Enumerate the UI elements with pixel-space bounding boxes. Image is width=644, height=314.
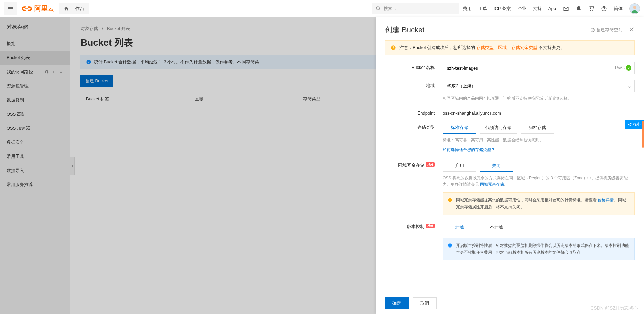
version-group: 开通 不开通 — [443, 221, 635, 233]
search-placeholder: 搜索... — [384, 6, 396, 12]
aliyun-icon — [21, 3, 32, 14]
menu-toggle[interactable] — [4, 2, 17, 15]
drawer-footer: 确定 取消 — [376, 293, 644, 314]
endpoint-label: Endpoint — [385, 108, 443, 116]
workspace-button[interactable]: 工作台 — [59, 3, 89, 14]
svg-point-2 — [633, 6, 636, 9]
pricing-link[interactable]: 价格详情 — [598, 198, 614, 203]
storage-hint: 标准：高可靠、高可用、高性能，数据会经常被访问到。 — [443, 137, 635, 143]
version-disable[interactable]: 不开通 — [480, 221, 513, 233]
redundant-hint: OSS 将您的数据以冗余的方式存储在同一区域（Region）的 3 个可用区（Z… — [443, 175, 635, 188]
brand-logo[interactable]: 阿里云 — [21, 3, 54, 14]
storage-help-link[interactable]: 如何选择适合您的存储类型？ — [443, 147, 495, 152]
avatar-icon — [630, 4, 640, 14]
search-icon — [376, 6, 381, 11]
nav-enterprise[interactable]: 企业 — [518, 6, 526, 12]
redundant-warning: 同城冗余存储能提高您的数据可用性，同时会采用相对较高的计费标准。请查看 价格详情… — [443, 192, 635, 215]
cart-icon[interactable] — [588, 6, 594, 12]
drawer-header: 创建 Bucket 创建存储空间 — [376, 17, 644, 40]
name-label: Bucket 名称 — [385, 62, 443, 74]
share-tab[interactable]: 拓扑 — [625, 120, 644, 129]
bucket-name-input[interactable] — [443, 62, 635, 74]
storage-type-group: 标准存储 低频访问存储 归档存储 — [443, 122, 635, 134]
hot-badge: Hot — [426, 224, 435, 228]
message-icon[interactable] — [563, 6, 569, 12]
brand-text: 阿里云 — [34, 4, 54, 13]
notice-box: 注意：Bucket 创建成功后，您所选择的 存储类型、区域、存储冗余类型 不支持… — [385, 40, 635, 55]
redundant-group: 启用 关闭 — [443, 160, 635, 172]
redundant-link[interactable]: 同城冗余存储 — [480, 182, 504, 187]
top-bar: 阿里云 工作台 搜索... 费用 工单 ICP 备案 企业 支持 App 简体 — [0, 0, 644, 17]
version-enable[interactable]: 开通 — [443, 221, 476, 233]
nav-ticket[interactable]: 工单 — [478, 6, 487, 12]
storage-infrequent[interactable]: 低频访问存储 — [480, 122, 517, 134]
warning-icon — [391, 45, 396, 50]
create-bucket-drawer: 创建 Bucket 创建存储空间 注意：Bucket 创建成功后，您所选择的 存… — [376, 17, 644, 314]
check-icon: ✓ — [626, 65, 631, 71]
workspace-label: 工作台 — [71, 6, 84, 12]
help-label: 创建存储空间 — [596, 27, 623, 33]
redundant-disable[interactable]: 关闭 — [480, 160, 513, 172]
global-search[interactable]: 搜索... — [372, 3, 459, 14]
cancel-button[interactable]: 取消 — [413, 297, 437, 309]
redundant-label: 同城冗余存储 Hot — [385, 160, 443, 215]
nav-support[interactable]: 支持 — [533, 6, 542, 12]
close-icon — [629, 26, 635, 32]
region-hint: 相同区域内的产品内网可以互通；订购后不支持更换区域，请谨慎选择。 — [443, 95, 635, 102]
lang-switch[interactable]: 简体 — [614, 6, 623, 12]
home-icon — [64, 6, 69, 11]
drawer-title: 创建 Bucket — [385, 25, 590, 35]
scroll-indicator — [642, 121, 644, 148]
region-label: 地域 — [385, 80, 443, 102]
user-avatar[interactable] — [629, 3, 640, 14]
confirm-button[interactable]: 确定 — [385, 297, 409, 309]
hamburger-icon — [7, 5, 14, 12]
nav-app[interactable]: App — [548, 6, 556, 11]
redundant-enable[interactable]: 启用 — [443, 160, 476, 172]
close-button[interactable] — [629, 26, 635, 34]
bell-icon[interactable] — [576, 6, 582, 12]
version-info: 开启版本控制特性后，针对数据的覆盖和删除操作将会以历史版本的形式保存下来。版本控… — [443, 238, 635, 260]
help-link[interactable]: 创建存储空间 — [590, 27, 623, 33]
storage-label: 存储类型 — [385, 122, 443, 153]
hot-badge: Hot — [426, 162, 435, 167]
drawer-body: 注意：Bucket 创建成功后，您所选择的 存储类型、区域、存储冗余类型 不支持… — [376, 40, 644, 293]
warning-icon — [448, 198, 452, 203]
top-nav-links: 费用 工单 ICP 备案 企业 支持 App 简体 — [463, 3, 640, 14]
help-icon[interactable] — [601, 6, 607, 12]
chevron-down-icon: ⌵ — [628, 84, 631, 89]
endpoint-value: oss-cn-shanghai.aliyuncs.com — [443, 108, 635, 116]
share-icon — [627, 122, 632, 127]
nav-cost[interactable]: 费用 — [463, 6, 472, 12]
storage-archive[interactable]: 归档存储 — [521, 122, 554, 134]
version-label: 版本控制 Hot — [385, 221, 443, 260]
nav-icp[interactable]: ICP 备案 — [494, 6, 511, 12]
help-circle-icon — [590, 28, 595, 32]
region-select[interactable] — [443, 80, 635, 92]
info-icon — [448, 243, 452, 248]
storage-standard[interactable]: 标准存储 — [443, 122, 476, 134]
name-counter: 15/63 — [614, 65, 625, 70]
